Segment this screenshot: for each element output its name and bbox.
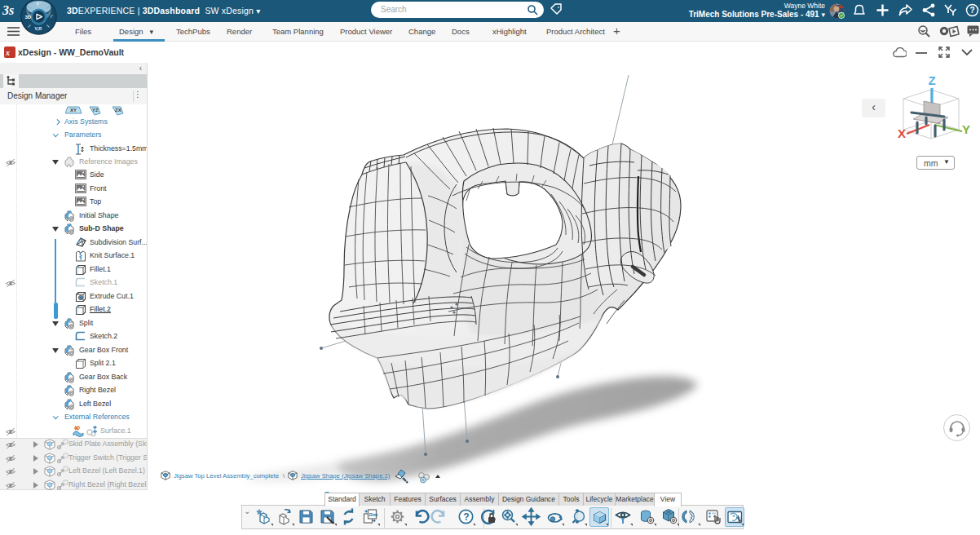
svg-text:ZX: ZX bbox=[115, 108, 121, 113]
svg-text:3D: 3D bbox=[25, 15, 32, 20]
svg-text:Yˊ: Yˊ bbox=[36, 2, 42, 7]
svg-text:YZ: YZ bbox=[92, 108, 99, 113]
svg-text:X: X bbox=[898, 126, 906, 140]
svg-text:?: ? bbox=[463, 511, 469, 523]
svg-text:XY: XY bbox=[70, 108, 77, 113]
svg-text:Y: Y bbox=[962, 122, 970, 136]
svg-text:Z: Z bbox=[928, 73, 935, 87]
svg-text:Dim: Dim bbox=[369, 512, 378, 517]
svg-text:V,R: V,R bbox=[35, 26, 42, 31]
